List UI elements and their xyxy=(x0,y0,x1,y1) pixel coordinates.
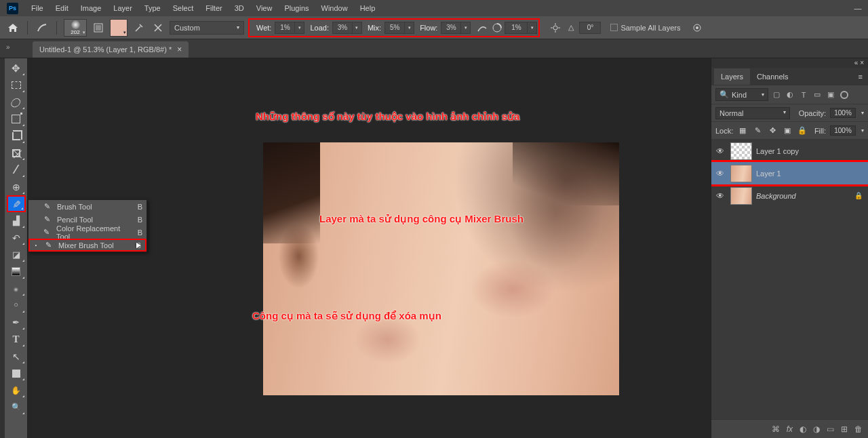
visibility-icon[interactable]: 👁 xyxy=(714,169,726,178)
lock-all-icon[interactable]: 🔒 xyxy=(797,126,808,135)
load-dropdown[interactable]: ▾ xyxy=(353,22,362,34)
brush-settings-icon[interactable] xyxy=(91,20,106,35)
visibility-icon[interactable]: 👁 xyxy=(714,191,726,201)
mix-dropdown[interactable]: ▾ xyxy=(405,22,414,34)
clean-brush-icon[interactable] xyxy=(151,20,165,35)
tool-gradient[interactable] xyxy=(7,263,26,280)
flow-input[interactable]: 3% xyxy=(441,22,461,34)
filter-type-icon[interactable]: T xyxy=(798,91,809,99)
tool-move[interactable] xyxy=(7,60,26,77)
group-icon[interactable]: ▭ xyxy=(827,424,834,434)
delete-icon[interactable]: 🗑 xyxy=(854,424,863,434)
visibility-icon[interactable]: 👁 xyxy=(714,146,726,156)
panel-collapse[interactable]: « × xyxy=(711,58,868,68)
layer-thumbnail[interactable] xyxy=(730,142,752,160)
tab-layers[interactable]: Layers xyxy=(714,68,750,85)
layer-thumbnail[interactable] xyxy=(730,165,752,182)
tool-healing[interactable] xyxy=(7,178,26,195)
layer-thumbnail[interactable] xyxy=(730,187,752,205)
lock-pixels-icon[interactable]: ✎ xyxy=(752,126,763,135)
color-swatch[interactable]: ▾ xyxy=(110,19,127,37)
menu-filter[interactable]: Filter xyxy=(199,0,228,16)
tool-history[interactable] xyxy=(7,229,26,246)
fill-dropdown[interactable]: ▾ xyxy=(861,127,864,134)
opacity-dropdown[interactable]: ▾ xyxy=(861,110,864,116)
close-icon[interactable]: × xyxy=(177,45,182,54)
sample-all-checkbox[interactable]: Sample All Layers xyxy=(610,24,680,32)
tool-path[interactable] xyxy=(7,348,26,365)
tool-preset-icon[interactable] xyxy=(35,20,50,35)
mix-input[interactable]: 5% xyxy=(384,22,405,34)
lock-position-icon[interactable]: ✥ xyxy=(767,126,778,135)
flyout-mixer-brush-tool[interactable]: •✎Mixer Brush ToolB xyxy=(28,239,146,252)
document-tab[interactable]: Untitled-1 @ 51.3% (Layer 1, RGB/8#) * × xyxy=(33,41,189,58)
smoothing-input[interactable]: 1% xyxy=(505,22,528,34)
panel-menu-icon[interactable]: ≡ xyxy=(853,73,868,81)
tool-brush[interactable] xyxy=(7,195,26,212)
menu-file[interactable]: File xyxy=(25,0,50,16)
tool-frame[interactable] xyxy=(7,144,26,161)
tool-blur[interactable] xyxy=(7,280,26,297)
brush-size-preview[interactable]: 202▾ xyxy=(64,19,87,37)
tool-stamp[interactable] xyxy=(7,212,26,229)
tool-pen[interactable] xyxy=(7,314,26,331)
filter-kind-select[interactable]: 🔍 Kind▾ xyxy=(715,88,768,101)
link-layers-icon[interactable]: ⌘ xyxy=(772,424,780,434)
layer-name[interactable]: Background xyxy=(756,192,796,200)
menu-image[interactable]: Image xyxy=(75,0,108,16)
preset-select[interactable]: Custom▾ xyxy=(170,21,244,35)
pressure-icon[interactable] xyxy=(690,20,705,35)
menu-select[interactable]: Select xyxy=(167,0,200,16)
filter-toggle[interactable] xyxy=(840,91,848,99)
layer-layer-1[interactable]: 👁 Layer 1 xyxy=(711,162,868,184)
filter-smart-icon[interactable]: ▣ xyxy=(825,90,836,99)
load-input[interactable]: 3% xyxy=(332,22,353,34)
lock-trans-icon[interactable]: ▦ xyxy=(737,126,748,135)
layer-layer-1-copy[interactable]: 👁 Layer 1 copy xyxy=(711,140,868,162)
menu-type[interactable]: Type xyxy=(138,0,167,16)
filter-shape-icon[interactable]: ▭ xyxy=(812,90,823,99)
tab-channels[interactable]: Channels xyxy=(750,68,795,85)
menu-help[interactable]: Help xyxy=(354,0,382,16)
tool-dodge[interactable] xyxy=(7,297,26,314)
mask-icon[interactable]: ◐ xyxy=(800,424,806,434)
tool-zoom[interactable] xyxy=(7,399,26,416)
wet-input[interactable]: 1% xyxy=(275,22,295,34)
tool-lasso[interactable] xyxy=(7,94,26,111)
menu-view[interactable]: View xyxy=(250,0,279,16)
tool-crop[interactable] xyxy=(7,127,26,144)
filter-image-icon[interactable]: ▢ xyxy=(771,90,782,99)
flow-dropdown[interactable]: ▾ xyxy=(461,22,471,34)
layer-name[interactable]: Layer 1 xyxy=(756,170,781,178)
menu-edit[interactable]: Edit xyxy=(50,0,75,16)
gear-icon[interactable] xyxy=(548,20,563,35)
fill-input[interactable]: 100% xyxy=(830,125,856,136)
tool-eyedropper[interactable] xyxy=(7,161,26,178)
window-minimize[interactable]: — xyxy=(848,0,868,16)
tool-marquee[interactable] xyxy=(7,77,26,94)
opacity-input[interactable]: 100% xyxy=(830,108,856,118)
layer-name[interactable]: Layer 1 copy xyxy=(756,147,799,155)
angle-input[interactable]: 0° xyxy=(579,22,601,34)
menu-3d[interactable]: 3D xyxy=(229,0,250,16)
menu-plugins[interactable]: Plugins xyxy=(278,0,315,16)
airbrush-icon[interactable] xyxy=(475,20,490,35)
flyout-color-replacement-tool[interactable]: ✎Color Replacement ToolB xyxy=(28,226,146,239)
tool-shape[interactable] xyxy=(7,365,26,382)
smoothing-dropdown[interactable]: ▾ xyxy=(528,22,537,34)
layer-background[interactable]: 👁 Background 🔒 xyxy=(711,184,868,207)
tool-type[interactable] xyxy=(7,331,26,348)
tool-wand[interactable] xyxy=(7,111,26,127)
tool-eraser[interactable] xyxy=(7,246,26,263)
flyout-brush-tool[interactable]: ✎Brush ToolB xyxy=(28,200,146,213)
menu-window[interactable]: Window xyxy=(315,0,354,16)
filter-adjust-icon[interactable]: ◐ xyxy=(785,90,795,99)
fx-icon[interactable]: fx xyxy=(787,424,793,434)
new-layer-icon[interactable]: ⊞ xyxy=(841,424,848,434)
home-icon[interactable] xyxy=(5,20,20,35)
blend-mode-select[interactable]: Normal▾ xyxy=(715,107,790,119)
load-brush-icon[interactable] xyxy=(132,20,146,35)
lock-artboard-icon[interactable]: ▣ xyxy=(782,126,793,135)
smoothing-icon[interactable] xyxy=(490,20,505,35)
tool-hand[interactable] xyxy=(7,382,26,399)
